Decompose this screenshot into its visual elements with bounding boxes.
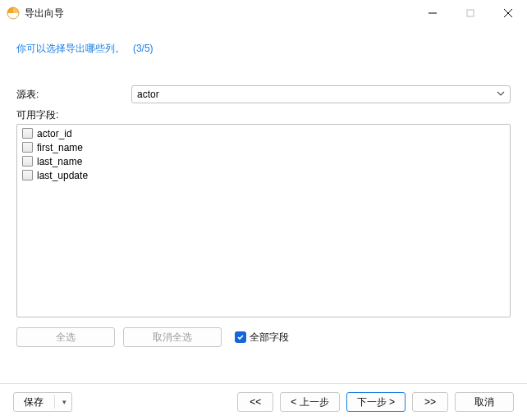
content-area: 源表: actor 可用字段: actor_id first_name last… [0,64,527,347]
titlebar: 导出向导 [0,0,527,26]
next-label: 下一步 > [357,395,395,409]
select-all-button[interactable]: 全选 [16,327,115,347]
save-label: 保存 [24,395,44,409]
deselect-all-label: 取消全选 [153,331,192,345]
list-item[interactable]: first_name [21,140,506,154]
window-title: 导出向导 [25,7,414,21]
source-table-select[interactable]: actor [131,85,511,103]
minimize-button[interactable] [414,0,451,26]
wizard-heading: 你可以选择导出哪些列。 (3/5) [0,26,527,64]
last-step-button[interactable]: >> [412,392,448,412]
select-all-label: 全选 [56,331,76,345]
cancel-button[interactable]: 取消 [455,392,514,412]
maximize-button[interactable] [451,0,489,26]
list-item[interactable]: last_name [21,154,506,168]
field-name: last_name [37,156,82,167]
chevron-down-icon [497,89,505,100]
prev-label: < 上一步 [291,395,328,409]
selection-button-row: 全选 取消全选 全部字段 [16,327,511,347]
first-label: << [250,396,261,408]
list-item[interactable]: last_update [21,168,506,182]
dropdown-arrow-icon[interactable]: ▾ [62,398,66,406]
first-step-button[interactable]: << [237,392,273,412]
checkbox-icon[interactable] [22,170,33,180]
field-name: first_name [37,142,83,153]
checkbox-icon[interactable] [22,128,33,139]
cancel-label: 取消 [474,395,494,409]
next-step-button[interactable]: 下一步 > [346,392,406,412]
available-fields-label: 可用字段: [16,108,511,122]
checkbox-icon[interactable] [22,142,33,153]
checkbox-checked-icon[interactable] [235,331,246,343]
previous-step-button[interactable]: < 上一步 [280,392,339,412]
app-icon [7,7,20,20]
separator [54,395,55,409]
last-label: >> [424,396,436,408]
svg-rect-2 [467,10,474,16]
deselect-all-button[interactable]: 取消全选 [123,327,222,347]
save-button[interactable]: 保存 ▾ [13,392,72,412]
list-item[interactable]: actor_id [21,126,506,140]
close-button[interactable] [489,0,527,26]
source-table-row: 源表: actor [16,85,511,103]
available-fields-listbox[interactable]: actor_id first_name last_name last_updat… [16,124,511,317]
all-fields-checkbox-wrap[interactable]: 全部字段 [235,331,289,345]
checkbox-icon[interactable] [22,156,33,167]
window-controls [414,0,527,26]
step-indicator: (3/5) [133,43,154,54]
heading-text: 你可以选择导出哪些列。 [16,43,125,54]
source-table-label: 源表: [16,88,131,102]
all-fields-label: 全部字段 [250,331,289,345]
source-table-value: actor [137,89,497,100]
field-name: actor_id [37,128,72,139]
footer: 保存 ▾ << < 上一步 下一步 > >> 取消 [0,384,527,420]
field-name: last_update [37,170,88,181]
